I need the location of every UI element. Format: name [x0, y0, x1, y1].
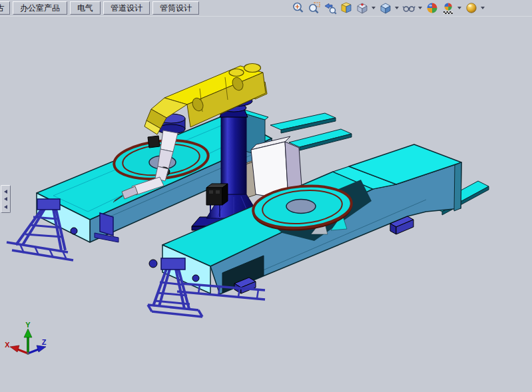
beam-pivot-pin[interactable] — [71, 228, 77, 234]
heads-up-view-toolbar — [290, 1, 486, 15]
apply-scene-icon — [441, 1, 455, 15]
beam-pivot-pin[interactable] — [149, 260, 157, 268]
section-view-icon — [340, 1, 353, 15]
zoom-to-area-icon — [308, 1, 321, 15]
section-view-button[interactable] — [338, 1, 354, 15]
triad-y-label: Y — [25, 321, 31, 329]
tab-partial[interactable]: 古 — [0, 1, 10, 15]
tab-office-products[interactable]: 办公室产品 — [13, 1, 67, 15]
display-style-button[interactable] — [378, 1, 393, 15]
edit-appearance-button[interactable] — [424, 1, 439, 15]
view-orientation-icon — [356, 1, 369, 15]
triad-x-label: X — [5, 341, 10, 349]
view-settings-icon — [465, 1, 478, 15]
zoom-to-area-button[interactable] — [306, 1, 322, 15]
chevron-left-icon — [4, 197, 7, 201]
previous-view-icon — [324, 1, 337, 15]
zoom-to-fit-icon — [292, 1, 305, 15]
display-style-icon — [379, 1, 392, 15]
view-settings-button[interactable] — [463, 1, 479, 15]
view-orientation-dropdown[interactable] — [372, 7, 376, 9]
triad-z-label: Z — [42, 338, 47, 346]
hide-show-items-dropdown[interactable] — [418, 7, 422, 9]
graphics-viewport[interactable]: Y X Z — [0, 16, 532, 392]
hide-show-items-icon — [402, 1, 415, 15]
command-manager-tab-bar: 古 办公室产品 电气 管道设计 管筒设计 — [0, 0, 532, 17]
hide-show-items-button[interactable] — [401, 1, 416, 15]
panel-expand-button[interactable] — [1, 185, 11, 213]
edit-appearance-icon — [425, 1, 439, 15]
zoom-to-fit-button[interactable] — [290, 1, 306, 15]
tab-tubing-design[interactable]: 管筒设计 — [152, 1, 199, 15]
apply-scene-dropdown[interactable] — [457, 7, 461, 9]
tab-piping-design[interactable]: 管道设计 — [103, 1, 150, 15]
chevron-left-icon — [4, 190, 7, 194]
beam-pivot-pin[interactable] — [192, 275, 199, 282]
view-orientation-button[interactable] — [354, 1, 370, 15]
display-style-dropdown[interactable] — [395, 7, 399, 9]
apply-scene-button[interactable] — [440, 1, 455, 15]
previous-view-button[interactable] — [322, 1, 338, 15]
chevron-left-icon — [4, 205, 7, 209]
view-settings-dropdown[interactable] — [481, 7, 485, 9]
tab-electrical[interactable]: 电气 — [70, 1, 101, 15]
